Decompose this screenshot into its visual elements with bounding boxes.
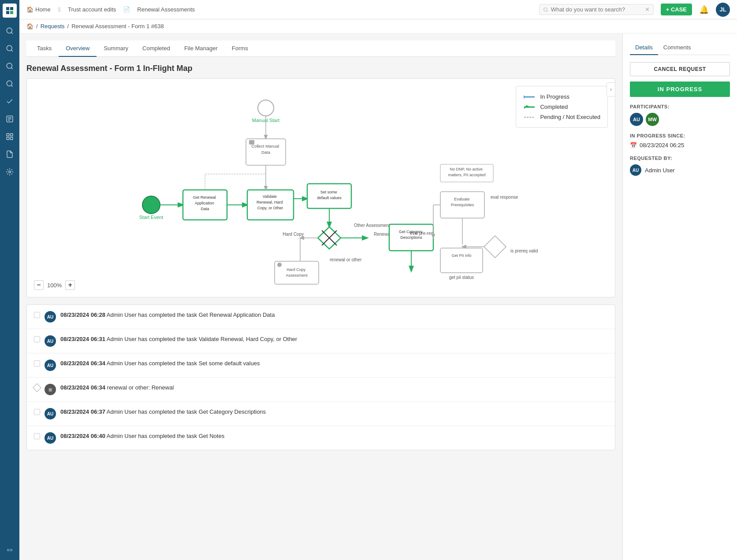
legend-completed-icon	[523, 104, 536, 110]
tab-tasks[interactable]: Tasks	[30, 41, 59, 57]
log-item: AU 08/23/2024 06:40 Admin User has compl…	[27, 426, 615, 450]
log-avatar-1: AU	[45, 311, 56, 323]
log-checkbox-6[interactable]	[34, 433, 40, 439]
svg-point-27	[258, 100, 274, 116]
in-progress-since-value: 📅 08/23/2024 06:25	[630, 142, 730, 148]
sidebar-icon-grid[interactable]	[2, 129, 18, 145]
tab-summary[interactable]: Summary	[97, 41, 135, 57]
breadcrumb-sep1: /	[36, 23, 38, 30]
breadcrumb-requests-link[interactable]: Requests	[41, 23, 65, 30]
legend-completed-label: Completed	[540, 104, 568, 110]
svg-rect-53	[277, 263, 282, 267]
sidebar-icon-search3[interactable]	[2, 58, 18, 74]
svg-line-5	[11, 32, 12, 33]
log-text-5: 08/23/2024 06:37 Admin User has complete…	[60, 408, 266, 416]
requested-by-section: REQUESTED BY: AU Admin User	[630, 156, 730, 176]
log-text-6: 08/23/2024 06:40 Admin User has complete…	[60, 432, 224, 440]
topnav-home-label: Home	[35, 6, 51, 13]
tab-overview[interactable]: Overview	[59, 41, 97, 57]
page-title: Renewal Assessment - Form 1 In-Flight Ma…	[26, 64, 615, 73]
svg-line-11	[11, 85, 12, 86]
in-progress-since-section: IN PROGRESS SINCE: 📅 08/23/2024 06:25	[630, 133, 730, 148]
log-item: AU 08/23/2024 06:34 Admin User has compl…	[27, 353, 615, 378]
zoom-level: 100%	[47, 282, 62, 289]
log-avatar-2: AU	[45, 335, 56, 347]
svg-rect-1	[10, 7, 13, 10]
search-box: ✕	[539, 4, 654, 15]
log-text-4: 08/23/2024 06:34 renewal or other: Renew…	[60, 384, 174, 392]
log-checkbox-2[interactable]	[34, 336, 40, 342]
cancel-request-button[interactable]: CANCEL REQUEST	[630, 62, 730, 76]
log-checkbox-5[interactable]	[34, 409, 40, 415]
svg-line-22	[547, 11, 547, 11]
svg-line-9	[11, 67, 12, 69]
status-badge: IN PROGRESS	[630, 82, 730, 97]
participant-avatar-mw: MW	[646, 113, 659, 126]
tab-file-manager[interactable]: File Manager	[177, 41, 225, 57]
log-checkbox-1[interactable]	[34, 312, 40, 318]
sidebar-icon-checklist[interactable]	[2, 111, 18, 127]
zoom-controls: − 100% +	[34, 280, 75, 290]
svg-point-6	[7, 45, 12, 51]
flow-map: In Progress Completed Pending / Not	[26, 78, 615, 297]
log-text-3: 08/23/2024 06:34 Admin User has complete…	[60, 360, 260, 367]
legend-in-progress-icon	[523, 94, 536, 100]
svg-rect-70	[440, 248, 483, 273]
topnav-sep2: 📄	[123, 6, 130, 13]
breadcrumb-home-icon: 🏠	[26, 23, 34, 30]
sidebar-icon-search1[interactable]	[2, 23, 18, 39]
svg-text:Start Event: Start Event	[139, 215, 163, 220]
sidebar-icon-doc[interactable]	[2, 146, 18, 162]
sidebar-expand-button[interactable]: «»	[3, 543, 16, 556]
search-clear-icon[interactable]: ✕	[645, 6, 650, 13]
legend-pending-label: Pending / Not Executed	[540, 114, 600, 120]
breadcrumb-home-link[interactable]: 🏠	[26, 23, 34, 30]
svg-text:Other Assessments: Other Assessments	[354, 223, 392, 228]
app-logo[interactable]	[3, 4, 17, 18]
svg-text:Hard Copy: Hard Copy	[283, 232, 304, 237]
tab-forms[interactable]: Forms	[225, 41, 255, 57]
topnav: 🏠 Home $ Trust account edits 📄 Renewal A…	[19, 0, 737, 19]
svg-text:is prereq valid: is prereq valid	[510, 248, 538, 253]
topnav-renewal-link[interactable]: Renewal Assessments	[137, 6, 195, 13]
svg-point-8	[7, 63, 12, 68]
svg-rect-32	[249, 140, 254, 145]
requested-by-label: REQUESTED BY:	[630, 156, 730, 161]
zoom-out-button[interactable]: −	[34, 280, 44, 290]
log-text-1: 08/23/2024 06:28 Admin User has complete…	[60, 311, 275, 319]
svg-text:renewal or other: renewal or other	[330, 257, 362, 262]
svg-line-7	[11, 50, 12, 51]
svg-point-21	[543, 7, 547, 11]
user-avatar[interactable]: JL	[716, 3, 730, 17]
log-item: AU 08/23/2024 06:28 Admin User has compl…	[27, 305, 615, 329]
breadcrumb-current: Renewal Assessment - Form 1 #638	[71, 23, 164, 30]
right-panel-tabs: Details Comments	[630, 41, 730, 55]
rp-tab-comments[interactable]: Comments	[658, 41, 696, 55]
collapse-panel-button[interactable]: ›	[607, 82, 615, 96]
svg-marker-68	[484, 236, 506, 258]
svg-rect-16	[7, 134, 9, 136]
sidebar-icon-check[interactable]	[2, 93, 18, 109]
requested-by-name: Admin User	[645, 167, 675, 174]
legend-in-progress-label: In Progress	[540, 93, 569, 100]
svg-text:eval response: eval response	[491, 195, 518, 200]
sidebar-icon-search2[interactable]	[2, 41, 18, 56]
notifications-button[interactable]: 🔔	[699, 5, 709, 15]
svg-point-10	[7, 81, 12, 86]
search-input[interactable]	[551, 6, 642, 13]
log-text-2: 08/23/2024 06:31 Admin User has complete…	[60, 335, 297, 343]
log-gateway-icon-4	[33, 383, 41, 392]
topnav-trust-link[interactable]: Trust account edits	[68, 6, 116, 13]
participants-list: AU MW	[630, 113, 730, 126]
log-item: ⊞ 08/23/2024 06:34 renewal or other: Ren…	[27, 378, 615, 402]
case-button[interactable]: + CASE	[661, 4, 692, 15]
calendar-icon: 📅	[630, 142, 637, 148]
log-checkbox-3[interactable]	[34, 360, 40, 367]
sidebar-icon-settings[interactable]	[2, 164, 18, 180]
topnav-home-link[interactable]: 🏠 Home	[26, 6, 51, 13]
rp-tab-details[interactable]: Details	[630, 41, 658, 55]
sidebar-icon-search4[interactable]	[2, 76, 18, 92]
zoom-in-button[interactable]: +	[65, 280, 75, 290]
search-icon	[543, 7, 548, 13]
tab-completed[interactable]: Completed	[135, 41, 177, 57]
